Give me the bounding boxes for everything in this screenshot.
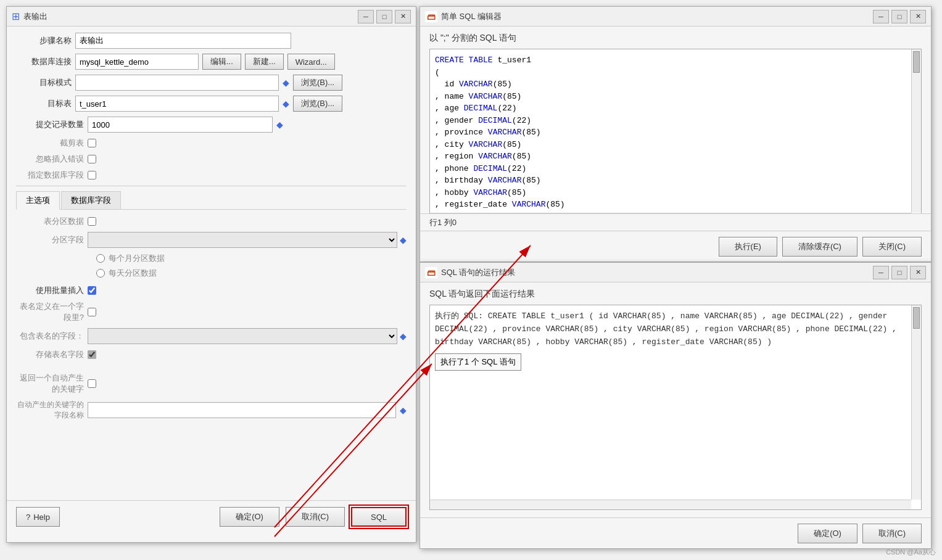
sql-editor-maximize[interactable]: □ <box>891 10 907 23</box>
table-name-field-row: 表名定义在一个字段里? <box>16 301 407 323</box>
sql-editor-titlebar: 🗃 简单 SQL 编辑器 ─ □ ✕ <box>420 7 931 27</box>
browse-schema-button[interactable]: 浏览(B)... <box>293 75 342 91</box>
table-name-field-checkbox[interactable] <box>88 308 96 316</box>
include-diamond-icon: ◆ <box>400 331 407 341</box>
result-cancel-button[interactable]: 取消(C) <box>862 524 922 543</box>
sql-code-display: CREATE TABLE t_user1 ( id VARCHAR(85) , … <box>435 54 916 213</box>
truncate-checkbox[interactable] <box>88 139 96 147</box>
table-output-content: 步骤名称 数据库连接 编辑... 新建... Wizard... 目标模式 ◆ … <box>7 27 416 432</box>
partition-data-checkbox[interactable] <box>88 217 96 226</box>
submit-count-input[interactable] <box>88 117 273 133</box>
result-vscrollbar[interactable] <box>911 305 921 500</box>
sql-editor-controls: ─ □ ✕ <box>873 10 926 23</box>
minimize-button[interactable]: ─ <box>358 10 374 23</box>
tabs-row: 主选项 数据库字段 <box>16 191 407 210</box>
partition-field-dropdown[interactable] <box>88 232 397 248</box>
sql-result-body: SQL 语句返回下面运行结果 执行的 SQL: CREATE TABLE t_u… <box>420 282 931 517</box>
monthly-radio-row: 每个月分区数据 <box>16 253 407 264</box>
include-table-dropdown[interactable] <box>88 328 397 344</box>
table-icon: ⊞ <box>12 10 20 22</box>
sql-status-text: 行1 列0 <box>429 217 457 228</box>
sql-editor-body: 以 ";" 分割的 SQL 语句 CREATE TABLE t_user1 ( … <box>420 27 931 231</box>
partition-field-container: ◆ <box>88 232 407 248</box>
result-vscroll-thumb[interactable] <box>913 307 920 329</box>
sql-editor-buttons: 执行(E) 清除缓存(C) 关闭(C) <box>420 231 931 261</box>
partition-diamond-icon: ◆ <box>400 235 407 245</box>
key-field-name-input[interactable] <box>88 402 396 418</box>
target-schema-input[interactable] <box>75 75 279 91</box>
return-key-checkbox[interactable] <box>88 379 96 388</box>
table-output-window: ⊞ 表输出 ─ □ ✕ 步骤名称 数据库连接 编辑... 新建... Wizar… <box>6 6 416 543</box>
cancel-button[interactable]: 取消(C) <box>286 507 345 527</box>
daily-radio-row: 每天分区数据 <box>16 268 407 279</box>
sql-result-controls: ─ □ ✕ <box>873 266 926 279</box>
result-ok-button[interactable]: 确定(O) <box>798 524 857 543</box>
target-table-label: 目标表 <box>16 98 72 109</box>
sql-code-area[interactable]: CREATE TABLE t_user1 ( id VARCHAR(85) , … <box>430 49 921 213</box>
target-table-input[interactable] <box>75 96 279 112</box>
daily-radio[interactable] <box>96 269 105 278</box>
wizard-button[interactable]: Wizard... <box>287 54 335 70</box>
maximize-button[interactable]: □ <box>376 10 392 23</box>
key-field-name-label: 自动产生的关键字的字段名称 <box>16 400 84 421</box>
sql-button[interactable]: SQL <box>351 507 407 527</box>
sql-editor-window: 🗃 简单 SQL 编辑器 ─ □ ✕ 以 ";" 分割的 SQL 语句 CREA… <box>419 6 932 262</box>
sql-result-titlebar: 🗃 SQL 语句的运行结果 ─ □ ✕ <box>420 263 931 282</box>
batch-insert-label: 使用批量插入 <box>16 285 84 296</box>
batch-insert-checkbox[interactable] <box>88 286 96 295</box>
store-table-name-row: 存储表名字段 <box>16 349 407 360</box>
divider-1 <box>16 186 407 186</box>
vscroll-thumb[interactable] <box>913 51 920 73</box>
sql-editor-minimize[interactable]: ─ <box>873 10 889 23</box>
sql-editor-close[interactable]: ✕ <box>910 10 926 23</box>
ignore-insert-row: 忽略插入错误 <box>16 154 407 165</box>
close-button[interactable]: ✕ <box>395 10 411 23</box>
vscrollbar[interactable] <box>911 49 921 213</box>
partition-data-label: 表分区数据 <box>16 216 84 227</box>
ignore-insert-checkbox[interactable] <box>88 155 96 163</box>
tab-db-fields[interactable]: 数据库字段 <box>61 191 121 209</box>
table-diamond-icon: ◆ <box>283 99 289 109</box>
ok-button[interactable]: 确定(O) <box>220 507 279 527</box>
target-schema-label: 目标模式 <box>16 77 72 88</box>
step-name-input[interactable] <box>75 33 291 49</box>
include-table-container: ◆ <box>88 328 407 344</box>
step-name-label: 步骤名称 <box>16 35 72 46</box>
batch-insert-row: 使用批量插入 <box>16 285 407 296</box>
close-sql-button[interactable]: 关闭(C) <box>862 237 922 257</box>
csdn-watermark: CSDN @Aa从心 <box>886 548 936 557</box>
partition-data-row: 表分区数据 <box>16 216 407 227</box>
help-button[interactable]: ? Help <box>16 507 60 527</box>
sql-result-icon: 🗃 <box>425 267 437 278</box>
tab-main[interactable]: 主选项 <box>16 191 60 210</box>
sql-editor-icon: 🗃 <box>425 11 437 22</box>
sql-editor-label: 以 ";" 分割的 SQL 语句 <box>429 33 922 44</box>
execute-button[interactable]: 执行(E) <box>719 237 777 257</box>
result-minimize[interactable]: ─ <box>873 266 889 279</box>
partition-field-label: 分区字段 <box>16 234 84 245</box>
result-close[interactable]: ✕ <box>910 266 926 279</box>
db-connection-input[interactable] <box>75 54 199 70</box>
specify-fields-checkbox[interactable] <box>88 171 96 179</box>
return-key-label: 返回一个自动产生的关键字 <box>16 373 84 395</box>
clear-cache-button[interactable]: 清除缓存(C) <box>782 237 857 257</box>
sql-result-window: 🗃 SQL 语句的运行结果 ─ □ ✕ SQL 语句返回下面运行结果 执行的 S… <box>419 262 932 549</box>
browse-table-button[interactable]: 浏览(B)... <box>293 96 342 112</box>
execution-count-text: 执行了1 个 SQL 语句 <box>440 357 516 366</box>
key-field-name-row: 自动产生的关键字的字段名称 ◆ <box>16 400 407 421</box>
truncate-label: 截剪表 <box>16 138 84 149</box>
result-title: SQL 语句返回下面运行结果 <box>429 289 922 300</box>
daily-label: 每天分区数据 <box>109 268 157 279</box>
table-output-title: 表输出 <box>23 11 354 22</box>
edit-button[interactable]: 编辑... <box>202 54 241 70</box>
store-table-checkbox[interactable] <box>88 350 96 359</box>
sql-result-buttons: 确定(O) 取消(C) <box>420 517 931 548</box>
question-icon: ? <box>26 513 30 522</box>
monthly-radio[interactable] <box>96 254 105 263</box>
submit-count-row: 提交记录数量 ◆ <box>16 117 407 133</box>
store-table-label: 存储表名字段 <box>16 349 84 360</box>
result-hscrollbar[interactable] <box>430 500 911 509</box>
new-button[interactable]: 新建... <box>245 54 284 70</box>
result-maximize[interactable]: □ <box>891 266 907 279</box>
return-key-row: 返回一个自动产生的关键字 <box>16 373 407 395</box>
